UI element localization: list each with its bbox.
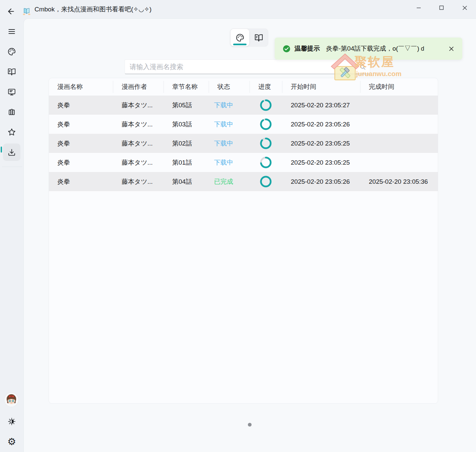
progress-ring — [260, 99, 272, 111]
cell-progress — [250, 137, 282, 150]
back-button[interactable] — [6, 6, 16, 16]
table-header: 漫画名称 漫画作者 章节名称 状态 进度 开始时间 完成时间 — [49, 78, 438, 96]
cell-start-time: 2025-02-20 23:05:26 — [282, 121, 360, 128]
cell-author: 藤本タツ... — [113, 139, 164, 148]
cell-author: 藤本タツ... — [113, 120, 164, 129]
search-icon — [360, 64, 366, 70]
col-chapter: 章节名称 — [164, 81, 209, 93]
cell-chapter: 第02話 — [164, 139, 209, 148]
cell-progress — [250, 118, 282, 130]
toast-notification: 温馨提示 炎拳-第04話下载完成，o(￣▽￣)ｄ — [275, 38, 462, 60]
cell-start-time: 2025-02-20 23:05:25 — [282, 159, 360, 166]
titlebar: Cmbok，来找点漫画和图书看看吧(✧◡✧) — [0, 0, 476, 18]
search-input[interactable] — [125, 60, 370, 74]
sidebar-divider — [2, 167, 22, 167]
back-arrow-icon — [7, 7, 15, 16]
sidebar: ⚙ — [0, 18, 23, 452]
cell-start-time: 2025-02-20 23:05:27 — [282, 102, 360, 109]
cell-chapter: 第03話 — [164, 120, 209, 129]
palette-icon — [235, 33, 245, 42]
theme-toggle-button[interactable] — [3, 413, 20, 430]
toast-close-button[interactable] — [447, 44, 456, 53]
book-open-icon — [254, 33, 263, 42]
palette-icon — [7, 47, 16, 56]
sidebar-item-menu[interactable] — [3, 23, 20, 40]
sidebar-item-favorites[interactable] — [3, 123, 20, 141]
library-icon — [7, 108, 16, 116]
tab-comic-view[interactable] — [230, 29, 249, 46]
table-row[interactable]: 炎拳 藤本タツ... 第01話 下载中 2025-02-20 23:05:25 — [49, 153, 438, 172]
theme-contrast-icon — [7, 417, 16, 426]
col-status: 状态 — [209, 81, 250, 93]
col-finish-time: 完成时间 — [360, 81, 438, 93]
progress-ring — [260, 175, 272, 188]
table-row[interactable]: 炎拳 藤本タツ... 第04話 已完成 2025-02-20 23:05:26 … — [49, 172, 438, 191]
progress-ring — [260, 118, 272, 130]
success-check-icon — [283, 45, 290, 53]
avatar-image — [4, 393, 18, 407]
app-title: Cmbok，来找点漫画和图书看看吧(✧◡✧) — [35, 0, 151, 18]
table-row[interactable]: 炎拳 藤本タツ... 第02話 下载中 2025-02-20 23:05:25 — [49, 134, 438, 153]
minimize-icon — [416, 5, 421, 10]
cell-chapter: 第05話 — [164, 101, 209, 110]
cell-status: 下载中 — [209, 158, 250, 167]
download-table: 漫画名称 漫画作者 章节名称 状态 进度 开始时间 完成时间 炎拳 藤本タツ..… — [49, 78, 438, 404]
sidebar-item-downloads[interactable] — [3, 144, 20, 161]
toast-title: 温馨提示 — [294, 44, 320, 53]
sidebar-item-palette[interactable] — [3, 43, 20, 60]
col-progress: 进度 — [250, 81, 282, 93]
maximize-icon — [439, 5, 444, 10]
cell-finish-time: 2025-02-20 23:05:36 — [360, 178, 438, 185]
cell-comic-name: 炎拳 — [49, 101, 113, 110]
cell-comic-name: 炎拳 — [49, 177, 113, 186]
monitor-icon — [7, 88, 16, 96]
table-body: 炎拳 藤本タツ... 第05話 下载中 2025-02-20 23:05:27 … — [49, 96, 438, 191]
cell-status: 下载中 — [209, 101, 250, 110]
settings-button[interactable]: ⚙ — [3, 433, 20, 450]
minimize-button[interactable] — [413, 2, 424, 13]
cell-status: 下载中 — [209, 139, 250, 148]
sidebar-item-library[interactable] — [3, 103, 20, 121]
cell-progress — [250, 99, 282, 111]
progress-ring — [260, 137, 272, 150]
col-start-time: 开始时间 — [282, 81, 360, 93]
progress-ring — [260, 156, 272, 169]
view-toggle — [230, 29, 268, 47]
cell-author: 藤本タツ... — [113, 101, 164, 110]
cell-comic-name: 炎拳 — [49, 158, 113, 167]
cell-progress — [250, 175, 282, 188]
gear-icon: ⚙ — [7, 437, 16, 447]
cell-author: 藤本タツ... — [113, 158, 164, 167]
cell-status: 下载中 — [209, 120, 250, 129]
book-open-icon — [7, 67, 16, 76]
menu-icon — [7, 27, 16, 36]
cell-start-time: 2025-02-20 23:05:26 — [282, 178, 360, 185]
tab-book-view[interactable] — [249, 29, 268, 46]
active-nav-indicator — [1, 147, 2, 153]
close-button[interactable] — [459, 2, 470, 13]
cell-author: 藤本タツ... — [113, 177, 164, 186]
toast-message: 炎拳-第04話下载完成，o(￣▽￣)ｄ — [326, 44, 426, 53]
close-icon — [462, 5, 468, 11]
star-icon — [7, 128, 16, 136]
col-author: 漫画作者 — [113, 81, 164, 93]
cell-chapter: 第04話 — [164, 177, 209, 186]
sidebar-item-reader[interactable] — [3, 63, 20, 80]
cell-start-time: 2025-02-20 23:05:25 — [282, 140, 360, 147]
maximize-button[interactable] — [436, 2, 447, 13]
cell-chapter: 第01話 — [164, 158, 209, 167]
close-icon — [449, 46, 454, 52]
col-comic-name: 漫画名称 — [49, 81, 113, 93]
cell-comic-name: 炎拳 — [49, 120, 113, 129]
search-box — [125, 59, 370, 74]
sidebar-item-monitor[interactable] — [3, 83, 20, 101]
cell-progress — [250, 156, 282, 169]
download-icon — [7, 148, 16, 157]
avatar[interactable] — [4, 393, 18, 407]
cell-comic-name: 炎拳 — [49, 139, 113, 148]
selected-tab-indicator — [233, 44, 247, 45]
table-row[interactable]: 炎拳 藤本タツ... 第03話 下载中 2025-02-20 23:05:26 — [49, 115, 438, 134]
table-row[interactable]: 炎拳 藤本タツ... 第05話 下载中 2025-02-20 23:05:27 — [49, 96, 438, 115]
app-icon — [22, 7, 31, 16]
pagination-dot[interactable] — [248, 423, 252, 427]
